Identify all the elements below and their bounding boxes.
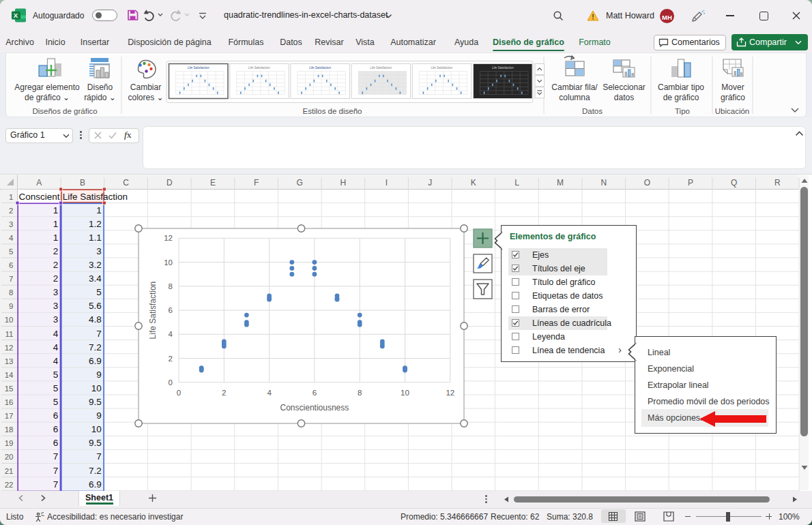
svg-text:2: 2 <box>53 246 59 256</box>
svg-text:1.1: 1.1 <box>89 232 102 243</box>
svg-text:12: 12 <box>5 344 14 352</box>
svg-text:K: K <box>471 178 476 188</box>
svg-text:6.9: 6.9 <box>89 356 102 366</box>
svg-text:22: 22 <box>5 481 14 489</box>
svg-text:7: 7 <box>53 479 59 490</box>
svg-text:18: 18 <box>5 425 14 434</box>
svg-text:4: 4 <box>53 342 59 352</box>
svg-text:2: 2 <box>222 389 226 397</box>
svg-text:4: 4 <box>53 329 59 339</box>
svg-text:O: O <box>644 178 650 188</box>
svg-text:2: 2 <box>9 207 13 215</box>
svg-text:10: 10 <box>91 424 102 434</box>
svg-text:7: 7 <box>96 329 102 339</box>
svg-text:5: 5 <box>96 287 102 297</box>
svg-text:5: 5 <box>53 397 59 407</box>
svg-text:7: 7 <box>96 451 102 462</box>
svg-text:P: P <box>688 178 693 188</box>
svg-text:7: 7 <box>53 466 59 476</box>
svg-text:12: 12 <box>164 234 173 242</box>
svg-text:1: 1 <box>53 205 59 215</box>
svg-text:8: 8 <box>169 282 173 290</box>
svg-text:6.9: 6.9 <box>89 479 102 490</box>
svg-text:6: 6 <box>53 438 59 448</box>
svg-text:B: B <box>80 178 85 188</box>
svg-text:10: 10 <box>164 258 173 267</box>
svg-text:8: 8 <box>9 288 13 297</box>
svg-text:6: 6 <box>169 306 173 314</box>
svg-text:12: 12 <box>446 389 454 397</box>
svg-text:5: 5 <box>53 383 59 393</box>
svg-text:9.5: 9.5 <box>89 438 102 448</box>
svg-text:19: 19 <box>5 439 14 447</box>
svg-text:7: 7 <box>9 275 13 283</box>
svg-text:C: C <box>123 178 129 188</box>
svg-text:H: H <box>340 178 347 188</box>
svg-text:4: 4 <box>53 356 59 366</box>
svg-text:6: 6 <box>313 389 317 397</box>
svg-text:7.2: 7.2 <box>89 342 102 352</box>
svg-text:X: X <box>14 12 18 19</box>
svg-text:1: 1 <box>9 193 13 201</box>
svg-text:3: 3 <box>53 287 59 297</box>
svg-text:10: 10 <box>5 316 14 324</box>
svg-text:0: 0 <box>177 389 181 397</box>
svg-text:G: G <box>297 178 303 188</box>
svg-text:4: 4 <box>267 389 272 397</box>
svg-text:D: D <box>166 178 173 188</box>
svg-text:3: 3 <box>53 314 59 325</box>
svg-text:J: J <box>428 178 432 188</box>
svg-text:Life Satisfaction: Life Satisfaction <box>148 282 158 340</box>
svg-text:10: 10 <box>401 389 409 397</box>
svg-text:4.8: 4.8 <box>89 314 102 325</box>
svg-text:9.5: 9.5 <box>89 397 102 407</box>
svg-text:16: 16 <box>5 398 14 406</box>
svg-text:E: E <box>210 178 216 188</box>
svg-text:14: 14 <box>5 371 14 379</box>
svg-text:17: 17 <box>5 412 14 420</box>
svg-text:5: 5 <box>9 247 13 256</box>
svg-text:0: 0 <box>169 378 173 387</box>
svg-text:9: 9 <box>96 410 102 421</box>
svg-text:Conscientiousness: Conscientiousness <box>280 403 349 412</box>
svg-text:10: 10 <box>91 383 102 393</box>
svg-text:3: 3 <box>53 301 59 311</box>
svg-text:4: 4 <box>9 234 14 242</box>
svg-text:Q: Q <box>731 178 737 188</box>
svg-text:Life Satisfaction: Life Satisfaction <box>63 192 128 202</box>
svg-text:5.6: 5.6 <box>89 301 102 311</box>
svg-text:1: 1 <box>96 205 102 215</box>
svg-text:9: 9 <box>96 370 102 380</box>
svg-text:2: 2 <box>169 355 173 363</box>
svg-text:4: 4 <box>169 330 173 338</box>
svg-text:Life Satisfaction: Life Satisfaction <box>248 66 270 70</box>
svg-text:3.2: 3.2 <box>89 260 102 270</box>
svg-text:R: R <box>774 178 781 188</box>
svg-text:M: M <box>557 178 564 188</box>
svg-text:1.2: 1.2 <box>89 219 102 229</box>
svg-text:5: 5 <box>53 370 59 380</box>
svg-text:2: 2 <box>53 260 59 270</box>
svg-text:3: 3 <box>9 220 13 228</box>
svg-text:Conscientio: Conscientio <box>19 192 68 202</box>
svg-text:6: 6 <box>9 261 13 269</box>
svg-text:6: 6 <box>53 410 59 421</box>
svg-text:Life Satisfaction: Life Satisfaction <box>371 66 392 70</box>
svg-text:11: 11 <box>5 330 14 338</box>
svg-text:N: N <box>600 178 607 188</box>
svg-text:F: F <box>254 178 259 188</box>
svg-text:A: A <box>36 178 42 188</box>
svg-text:7: 7 <box>53 451 59 462</box>
svg-text:1: 1 <box>53 219 59 229</box>
svg-text:3: 3 <box>96 246 102 256</box>
svg-text:20: 20 <box>5 453 14 461</box>
svg-text:I: I <box>386 178 388 188</box>
svg-text:Life Satisfaction: Life Satisfaction <box>188 66 209 70</box>
svg-text:8: 8 <box>358 389 362 397</box>
svg-text:1: 1 <box>53 232 59 243</box>
svg-text:3.4: 3.4 <box>89 273 102 284</box>
svg-text:21: 21 <box>5 467 14 475</box>
svg-text:13: 13 <box>5 357 14 365</box>
svg-text:Life Satisfaction: Life Satisfaction <box>431 66 453 70</box>
svg-text:Life Satisfaction: Life Satisfaction <box>309 66 331 70</box>
